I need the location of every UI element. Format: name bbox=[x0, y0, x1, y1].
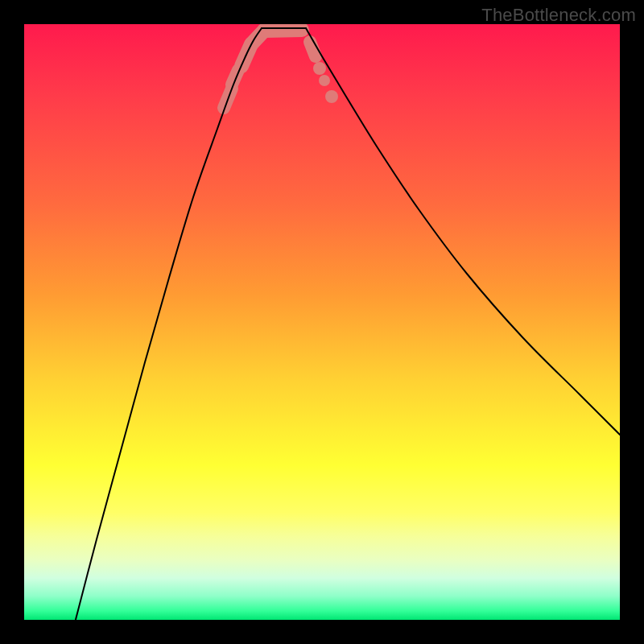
blob-dot bbox=[319, 75, 330, 86]
chart-svg bbox=[24, 24, 620, 620]
blob-dot bbox=[325, 90, 338, 103]
marker-blobs bbox=[224, 30, 338, 108]
series-left-curve bbox=[72, 28, 262, 620]
blob-dot bbox=[313, 62, 326, 75]
plot-area bbox=[24, 24, 620, 620]
blob-capsule bbox=[264, 30, 302, 31]
series-right-curve bbox=[306, 28, 620, 435]
watermark-text: TheBottleneck.com bbox=[481, 5, 636, 26]
curve-lines bbox=[72, 28, 620, 620]
outer-frame: TheBottleneck.com bbox=[0, 0, 644, 644]
